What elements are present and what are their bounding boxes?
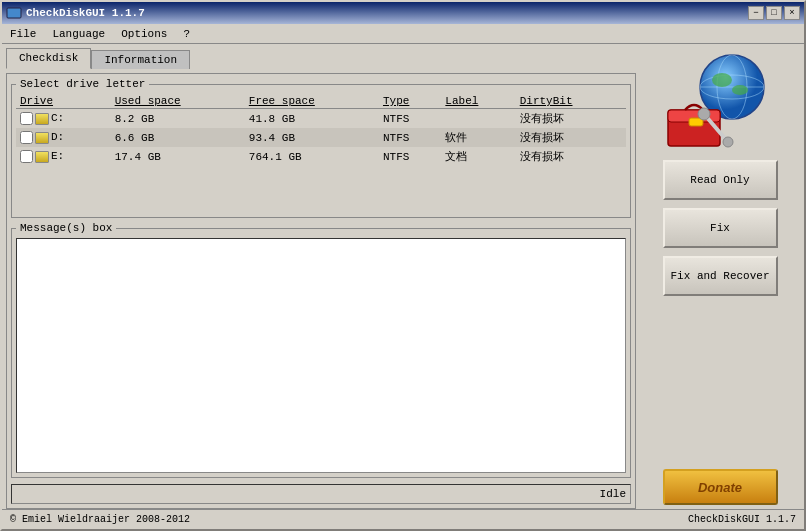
drive-selection-fieldset: Select drive letter Drive Used space Fre… <box>11 78 631 218</box>
drive-cell: D: <box>16 128 111 147</box>
menu-options[interactable]: Options <box>117 26 171 42</box>
svg-rect-0 <box>7 8 21 18</box>
free-space-cell: 93.4 GB <box>245 128 379 147</box>
free-space-cell: 764.1 GB <box>245 147 379 166</box>
main-content: Checkdisk Information Select drive lette… <box>2 44 804 513</box>
fix-and-recover-button[interactable]: Fix and Recover <box>663 256 778 296</box>
type-cell: NTFS <box>379 128 441 147</box>
drive-checkbox-0[interactable] <box>20 112 33 125</box>
col-type: Type <box>379 94 441 109</box>
col-dirtybit: DirtyBit <box>516 94 626 109</box>
svg-point-8 <box>732 85 748 95</box>
menu-help[interactable]: ? <box>179 26 194 42</box>
drive-icon-0 <box>35 113 49 125</box>
close-button[interactable]: × <box>784 6 800 20</box>
maximize-button[interactable]: □ <box>766 6 782 20</box>
table-row: C:8.2 GB41.8 GBNTFS没有损坏 <box>16 109 626 129</box>
col-drive: Drive <box>16 94 111 109</box>
drive-table: Drive Used space Free space Type Label D… <box>16 94 626 166</box>
status-text: Idle <box>16 488 626 500</box>
label-cell: 软件 <box>441 128 515 147</box>
drive-cell: C: <box>16 109 111 129</box>
col-free-space: Free space <box>245 94 379 109</box>
drive-cell: E: <box>16 147 111 166</box>
illustration <box>660 52 780 152</box>
messages-fieldset: Message(s) box <box>11 222 631 478</box>
label-cell: 文档 <box>441 147 515 166</box>
tab-checkdisk[interactable]: Checkdisk <box>6 48 91 69</box>
menu-bar: File Language Options ? <box>2 24 804 44</box>
col-used-space: Used space <box>111 94 245 109</box>
dirtybit-cell: 没有损坏 <box>516 109 626 129</box>
dirtybit-cell: 没有损坏 <box>516 128 626 147</box>
donate-button[interactable]: Donate <box>663 469 778 505</box>
table-row: E:17.4 GB764.1 GBNTFS文档没有损坏 <box>16 147 626 166</box>
minimize-button[interactable]: − <box>748 6 764 20</box>
dirtybit-cell: 没有损坏 <box>516 147 626 166</box>
right-panel: Read Only Fix Fix and Recover Donate <box>640 48 800 509</box>
used-space-cell: 8.2 GB <box>111 109 245 129</box>
main-window: CheckDiskGUI 1.1.7 − □ × File Language O… <box>0 0 806 531</box>
drive-checkbox-1[interactable] <box>20 131 33 144</box>
drive-icon-2 <box>35 151 49 163</box>
tab-bar: Checkdisk Information <box>6 48 636 69</box>
footer-bar: © Emiel Wieldraaijer 2008-2012 CheckDisk… <box>2 509 804 529</box>
messages-legend: Message(s) box <box>16 222 116 234</box>
read-only-button[interactable]: Read Only <box>663 160 778 200</box>
title-bar: CheckDiskGUI 1.1.7 − □ × <box>2 2 804 24</box>
globe-toolbox-image <box>660 52 780 152</box>
menu-file[interactable]: File <box>6 26 40 42</box>
tab-panel: Select drive letter Drive Used space Fre… <box>6 73 636 509</box>
drive-checkbox-2[interactable] <box>20 150 33 163</box>
type-cell: NTFS <box>379 147 441 166</box>
app-icon <box>6 5 22 21</box>
fix-button[interactable]: Fix <box>663 208 778 248</box>
table-header-row: Drive Used space Free space Type Label D… <box>16 94 626 109</box>
drive-icon-1 <box>35 132 49 144</box>
footer-version: CheckDiskGUI 1.1.7 <box>688 514 796 525</box>
used-space-cell: 17.4 GB <box>111 147 245 166</box>
table-row: D:6.6 GB93.4 GBNTFS软件没有损坏 <box>16 128 626 147</box>
svg-point-13 <box>698 108 710 120</box>
messages-textarea[interactable] <box>16 238 626 473</box>
menu-language[interactable]: Language <box>48 26 109 42</box>
title-bar-left: CheckDiskGUI 1.1.7 <box>6 5 145 21</box>
svg-point-14 <box>723 137 733 147</box>
type-cell: NTFS <box>379 109 441 129</box>
col-label: Label <box>441 94 515 109</box>
drive-selection-legend: Select drive letter <box>16 78 149 90</box>
status-bar: Idle <box>11 484 631 504</box>
label-cell <box>441 109 515 129</box>
left-panel: Checkdisk Information Select drive lette… <box>6 48 636 509</box>
free-space-cell: 41.8 GB <box>245 109 379 129</box>
footer-copyright: © Emiel Wieldraaijer 2008-2012 <box>10 514 190 525</box>
svg-point-7 <box>712 73 732 87</box>
title-bar-text: CheckDiskGUI 1.1.7 <box>26 7 145 19</box>
used-space-cell: 6.6 GB <box>111 128 245 147</box>
title-bar-buttons: − □ × <box>748 6 800 20</box>
tab-information[interactable]: Information <box>91 50 190 69</box>
